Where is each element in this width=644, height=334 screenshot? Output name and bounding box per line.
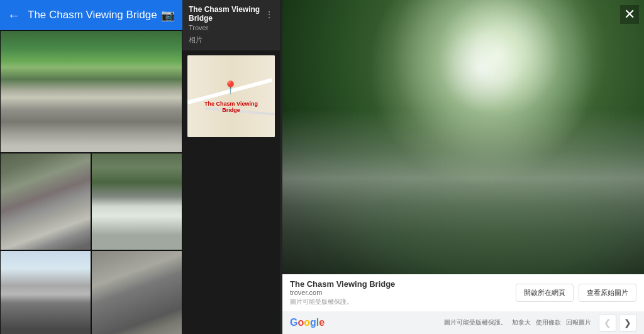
location-card: The Chasm Viewing Bridge ⋮ Trover 相片 <box>182 0 280 50</box>
location-name: The Chasm Viewing Bridge <box>189 5 265 23</box>
left-panel: ← The Chasm Viewing Bridge 📷 <box>0 0 182 334</box>
close-button[interactable]: ✕ <box>620 5 639 24</box>
photo-bottom-bar: The Chasm Viewing Bridge trover.com 圖片可能… <box>282 274 644 311</box>
page-title: The Chasm Viewing Bridge <box>28 9 161 21</box>
photo-rocks1[interactable] <box>0 153 91 250</box>
google-logo: Google <box>290 317 444 328</box>
middle-panel: The Chasm Viewing Bridge ⋮ Trover 相片 📍 T… <box>182 0 280 334</box>
photo-sky[interactable] <box>0 250 91 334</box>
left-header: ← The Chasm Viewing Bridge 📷 <box>0 0 182 30</box>
photo-river[interactable] <box>0 30 182 153</box>
photo-waterfall[interactable] <box>91 153 182 250</box>
footer-terms-link[interactable]: 使用條款 <box>536 318 561 327</box>
view-original-button[interactable]: 查看原始圖片 <box>579 284 636 302</box>
back-button[interactable]: ← <box>8 8 20 23</box>
prev-photo-button[interactable]: ❮ <box>599 314 616 331</box>
photo-title: The Chasm Viewing Bridge <box>290 279 516 289</box>
open-page-button[interactable]: 開啟所在網頁 <box>516 284 574 302</box>
photo-copyright: 圖片可能受版權保護。 <box>290 298 516 306</box>
map-thumbnail[interactable]: 📍 The Chasm Viewing Bridge <box>187 55 275 137</box>
photo-label: 相片 <box>189 35 274 45</box>
footer-country-link[interactable]: 加拿大 <box>512 318 531 327</box>
camera-icon[interactable]: 📷 <box>161 8 175 22</box>
photo-actions: 開啟所在網頁 查看原始圖片 <box>516 284 636 302</box>
google-letter-e: e <box>319 317 325 328</box>
google-letter-o2: o <box>304 317 310 328</box>
more-options-icon[interactable]: ⋮ <box>265 9 274 19</box>
map-label: The Chasm Viewing Bridge <box>201 101 262 113</box>
google-letter-g: G <box>290 317 297 328</box>
photo-rocks2[interactable] <box>91 250 182 334</box>
footer-report-link[interactable]: 回報圖片 <box>566 318 591 327</box>
map-background: 📍 The Chasm Viewing Bridge <box>187 55 275 137</box>
photo-source: trover.com <box>290 289 516 296</box>
map-pin-icon: 📍 <box>223 80 238 95</box>
next-photo-button[interactable]: ❯ <box>619 314 636 331</box>
photos-grid <box>0 30 182 334</box>
footer-copyright-link[interactable]: 圖片可能受版權保護。 <box>444 318 507 327</box>
right-panel: ✕ The Chasm Viewing Bridge trover.com 圖片… <box>282 0 644 334</box>
main-photo[interactable]: ✕ <box>282 0 644 274</box>
nav-arrows: ❮ ❯ <box>599 314 636 331</box>
location-source: Trover <box>189 24 274 31</box>
photo-info: The Chasm Viewing Bridge trover.com 圖片可能… <box>290 279 516 306</box>
footer-links: 圖片可能受版權保護。 加拿大 使用條款 回報圖片 <box>444 318 591 327</box>
google-footer: Google 圖片可能受版權保護。 加拿大 使用條款 回報圖片 ❮ ❯ <box>282 311 644 334</box>
google-letter-g2: g <box>310 317 316 328</box>
google-letter-o1: o <box>297 317 304 328</box>
